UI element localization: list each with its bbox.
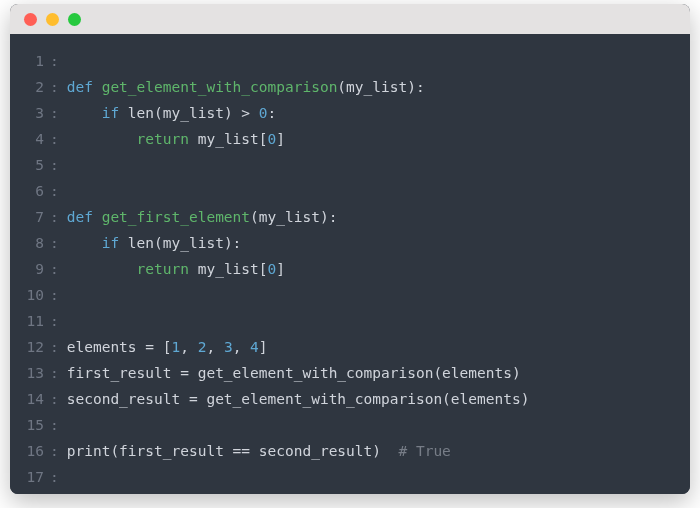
code-line[interactable]: 15: [10, 412, 690, 438]
gutter-separator: : [50, 282, 67, 308]
line-number: 17 [10, 464, 50, 490]
code-line[interactable]: 10: [10, 282, 690, 308]
token: 0 [259, 105, 268, 121]
gutter-separator: : [50, 386, 67, 412]
token: 3 [224, 339, 233, 355]
token: ] [276, 261, 285, 277]
code-window: 1:2:def get_element_with_comparison(my_l… [10, 4, 690, 494]
code-editor[interactable]: 1:2:def get_element_with_comparison(my_l… [10, 34, 690, 494]
close-icon[interactable] [24, 13, 37, 26]
line-number: 16 [10, 438, 50, 464]
token: 0 [268, 131, 277, 147]
code-line[interactable]: 7:def get_first_element(my_list): [10, 204, 690, 230]
token: my_list[ [198, 131, 268, 147]
gutter-separator: : [50, 100, 67, 126]
code-line[interactable]: 2:def get_element_with_comparison(my_lis… [10, 74, 690, 100]
gutter-separator: : [50, 438, 67, 464]
gutter-separator: : [50, 126, 67, 152]
line-number: 13 [10, 360, 50, 386]
code-line[interactable]: 14:second_result = get_element_with_comp… [10, 386, 690, 412]
code-content[interactable]: print(first_result == second_result) # T… [67, 438, 672, 464]
token: # True [398, 443, 450, 459]
code-content[interactable] [67, 308, 672, 334]
code-line[interactable]: 4: return my_list[0] [10, 126, 690, 152]
gutter-separator: : [50, 412, 67, 438]
code-line[interactable]: 13:first_result = get_element_with_compa… [10, 360, 690, 386]
code-line[interactable]: 9: return my_list[0] [10, 256, 690, 282]
token: if [102, 105, 128, 121]
line-number: 10 [10, 282, 50, 308]
code-content[interactable]: first_result = get_element_with_comparis… [67, 360, 672, 386]
line-number: 1 [10, 48, 50, 74]
token: len(my_list) > [128, 105, 259, 121]
token: len(my_list): [128, 235, 242, 251]
code-content[interactable]: def get_first_element(my_list): [67, 204, 672, 230]
gutter-separator: : [50, 74, 67, 100]
line-number: 15 [10, 412, 50, 438]
code-line[interactable]: 11: [10, 308, 690, 334]
gutter-separator: : [50, 256, 67, 282]
line-number: 3 [10, 100, 50, 126]
code-content[interactable] [67, 152, 672, 178]
code-line[interactable]: 1: [10, 48, 690, 74]
token: : [268, 105, 277, 121]
line-number: 12 [10, 334, 50, 360]
code-line[interactable]: 17: [10, 464, 690, 490]
line-number: 6 [10, 178, 50, 204]
code-content[interactable] [67, 464, 672, 490]
token: my_list[ [198, 261, 268, 277]
token [67, 105, 102, 121]
token: return [137, 131, 198, 147]
code-content[interactable]: def get_element_with_comparison(my_list)… [67, 74, 672, 100]
code-content[interactable] [67, 48, 672, 74]
gutter-separator: : [50, 48, 67, 74]
token: get_first_element [102, 209, 250, 225]
gutter-separator: : [50, 464, 67, 490]
token [67, 235, 102, 251]
code-line[interactable]: 12:elements = [1, 2, 3, 4] [10, 334, 690, 360]
gutter-separator: : [50, 204, 67, 230]
line-number: 7 [10, 204, 50, 230]
code-content[interactable]: return my_list[0] [67, 256, 672, 282]
token: (my_list): [337, 79, 424, 95]
code-content[interactable] [67, 178, 672, 204]
token: , [180, 339, 197, 355]
token: get_element_with_comparison [102, 79, 338, 95]
code-content[interactable]: elements = [1, 2, 3, 4] [67, 334, 672, 360]
code-content[interactable]: second_result = get_element_with_compari… [67, 386, 672, 412]
gutter-separator: : [50, 308, 67, 334]
code-content[interactable]: if len(my_list): [67, 230, 672, 256]
maximize-icon[interactable] [68, 13, 81, 26]
token: (my_list): [250, 209, 337, 225]
token: def [67, 79, 102, 95]
code-content[interactable] [67, 412, 672, 438]
line-number: 9 [10, 256, 50, 282]
gutter-separator: : [50, 334, 67, 360]
code-line[interactable]: 16:print(first_result == second_result) … [10, 438, 690, 464]
token: if [102, 235, 128, 251]
line-number: 14 [10, 386, 50, 412]
token: , [206, 339, 223, 355]
line-number: 2 [10, 74, 50, 100]
line-number: 4 [10, 126, 50, 152]
line-number: 5 [10, 152, 50, 178]
token: return [137, 261, 198, 277]
minimize-icon[interactable] [46, 13, 59, 26]
token: elements = [ [67, 339, 172, 355]
code-content[interactable] [67, 282, 672, 308]
token: , [233, 339, 250, 355]
code-line[interactable]: 3: if len(my_list) > 0: [10, 100, 690, 126]
line-number: 11 [10, 308, 50, 334]
line-number: 8 [10, 230, 50, 256]
gutter-separator: : [50, 152, 67, 178]
code-content[interactable]: return my_list[0] [67, 126, 672, 152]
token: ] [276, 131, 285, 147]
code-line[interactable]: 5: [10, 152, 690, 178]
token: first_result = get_element_with_comparis… [67, 365, 521, 381]
code-line[interactable]: 6: [10, 178, 690, 204]
code-line[interactable]: 8: if len(my_list): [10, 230, 690, 256]
code-content[interactable]: if len(my_list) > 0: [67, 100, 672, 126]
token: 0 [268, 261, 277, 277]
token: def [67, 209, 102, 225]
token: 4 [250, 339, 259, 355]
